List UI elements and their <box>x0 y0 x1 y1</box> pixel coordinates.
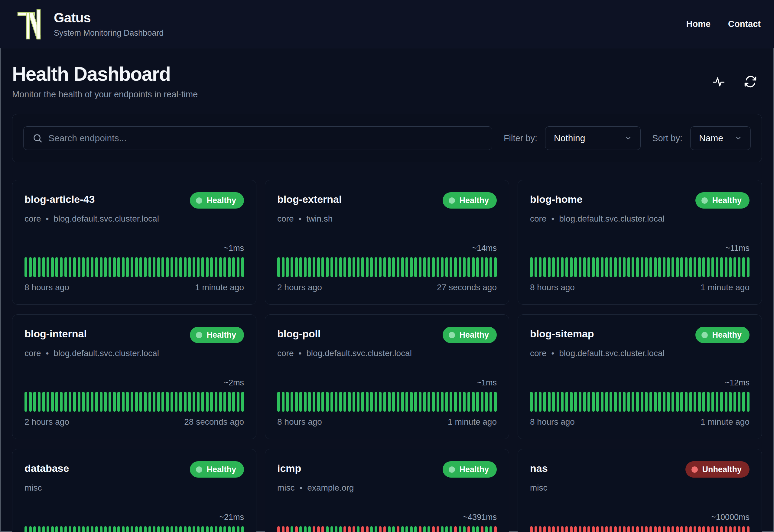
status-bar[interactable] <box>685 392 688 412</box>
status-bar[interactable] <box>295 526 298 532</box>
status-bar[interactable] <box>179 392 182 412</box>
status-bar[interactable] <box>188 526 191 532</box>
status-bar[interactable] <box>219 257 222 277</box>
status-bar[interactable] <box>610 526 612 532</box>
status-bar[interactable] <box>428 526 430 532</box>
status-bar[interactable] <box>592 526 595 532</box>
status-bar[interactable] <box>201 526 204 532</box>
status-bar[interactable] <box>485 257 488 277</box>
status-bar[interactable] <box>24 526 27 532</box>
status-bar[interactable] <box>308 526 311 532</box>
status-bar[interactable] <box>144 526 147 532</box>
status-bar[interactable] <box>343 392 346 412</box>
status-bar[interactable] <box>339 392 342 412</box>
status-bar[interactable] <box>117 526 120 532</box>
status-bar[interactable] <box>109 526 111 532</box>
status-bar[interactable] <box>348 257 351 277</box>
status-bar[interactable] <box>450 526 452 532</box>
status-bar[interactable] <box>375 257 377 277</box>
status-bar[interactable] <box>335 392 337 412</box>
status-bar[interactable] <box>317 392 320 412</box>
status-bar[interactable] <box>649 392 652 412</box>
status-bar[interactable] <box>707 526 710 532</box>
status-bar[interactable] <box>295 257 298 277</box>
status-bar[interactable] <box>126 392 129 412</box>
status-bar[interactable] <box>321 526 324 532</box>
status-bar[interactable] <box>317 526 320 532</box>
status-bar[interactable] <box>339 526 342 532</box>
status-bar[interactable] <box>144 257 147 277</box>
status-bar[interactable] <box>370 392 373 412</box>
status-bar[interactable] <box>450 392 452 412</box>
status-bar[interactable] <box>366 526 369 532</box>
nav-link-home[interactable]: Home <box>686 19 711 29</box>
status-bar[interactable] <box>494 392 497 412</box>
status-bar[interactable] <box>463 257 466 277</box>
status-bar[interactable] <box>228 526 231 532</box>
status-bar[interactable] <box>552 392 555 412</box>
status-bar[interactable] <box>392 257 395 277</box>
status-bar[interactable] <box>707 257 710 277</box>
status-bar[interactable] <box>313 392 315 412</box>
status-bar[interactable] <box>277 392 280 412</box>
status-bar[interactable] <box>78 526 80 532</box>
status-bar[interactable] <box>702 526 705 532</box>
status-bar[interactable] <box>188 257 191 277</box>
status-bar[interactable] <box>489 257 492 277</box>
status-bar[interactable] <box>570 526 573 532</box>
status-bar[interactable] <box>667 392 670 412</box>
status-bar[interactable] <box>641 257 643 277</box>
status-bar[interactable] <box>667 257 670 277</box>
status-bar[interactable] <box>685 257 688 277</box>
status-bar[interactable] <box>161 526 164 532</box>
status-bar[interactable] <box>610 392 612 412</box>
status-bar[interactable] <box>348 526 351 532</box>
status-bar[interactable] <box>437 257 439 277</box>
status-bar[interactable] <box>29 257 32 277</box>
status-bar[interactable] <box>215 526 217 532</box>
sort-dropdown[interactable]: Name <box>690 126 751 150</box>
status-bar[interactable] <box>166 526 169 532</box>
status-bar[interactable] <box>291 257 293 277</box>
status-bar[interactable] <box>437 526 439 532</box>
status-bar[interactable] <box>663 392 665 412</box>
status-bar[interactable] <box>530 257 533 277</box>
status-bar[interactable] <box>321 257 324 277</box>
status-bar[interactable] <box>95 526 98 532</box>
status-bar[interactable] <box>694 526 696 532</box>
status-bar[interactable] <box>122 392 125 412</box>
status-bar[interactable] <box>663 526 665 532</box>
status-bar[interactable] <box>353 392 355 412</box>
status-bar[interactable] <box>623 526 626 532</box>
status-bar[interactable] <box>454 392 457 412</box>
status-bar[interactable] <box>321 392 324 412</box>
status-bar[interactable] <box>219 526 222 532</box>
status-bar[interactable] <box>397 257 399 277</box>
status-bar[interactable] <box>201 392 204 412</box>
status-bar[interactable] <box>592 392 595 412</box>
status-bar[interactable] <box>282 257 285 277</box>
status-bar[interactable] <box>184 526 187 532</box>
status-bar[interactable] <box>282 392 285 412</box>
status-bar[interactable] <box>175 526 177 532</box>
status-bar[interactable] <box>157 392 160 412</box>
status-bar[interactable] <box>175 257 177 277</box>
status-bar[interactable] <box>570 392 573 412</box>
status-bar[interactable] <box>574 257 577 277</box>
status-bar[interactable] <box>304 526 307 532</box>
status-bar[interactable] <box>627 392 630 412</box>
status-bar[interactable] <box>157 257 160 277</box>
status-bar[interactable] <box>725 257 727 277</box>
status-bar[interactable] <box>299 392 302 412</box>
status-bar[interactable] <box>489 392 492 412</box>
status-bar[interactable] <box>304 392 307 412</box>
status-bar[interactable] <box>366 392 369 412</box>
status-bar[interactable] <box>148 257 151 277</box>
status-bar[interactable] <box>733 257 736 277</box>
status-bar[interactable] <box>587 257 590 277</box>
status-bar[interactable] <box>543 257 546 277</box>
status-bar[interactable] <box>405 257 408 277</box>
status-bar[interactable] <box>459 257 461 277</box>
status-bar[interactable] <box>561 526 564 532</box>
status-bar[interactable] <box>33 257 36 277</box>
